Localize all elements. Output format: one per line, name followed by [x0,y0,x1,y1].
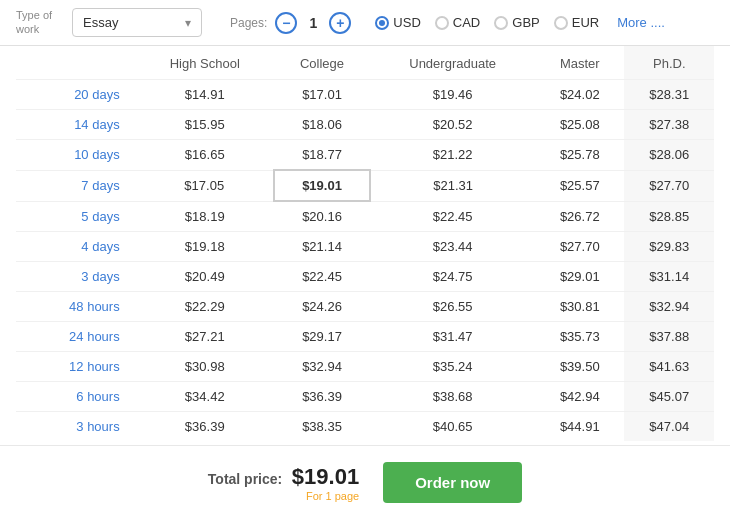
table-row[interactable]: 48 hours$22.29$24.26$26.55$30.81$32.94 [16,292,714,322]
master-cell[interactable]: $39.50 [535,352,624,382]
college-cell[interactable]: $19.01 [274,170,370,201]
currency-cad[interactable]: CAD [435,15,480,30]
deadline-cell[interactable]: 12 hours [16,352,136,382]
hs-cell[interactable]: $17.05 [136,170,274,201]
deadline-cell[interactable]: 24 hours [16,322,136,352]
master-cell[interactable]: $27.70 [535,232,624,262]
ug-cell[interactable]: $21.22 [370,140,535,171]
table-row[interactable]: 6 hours$34.42$36.39$38.68$42.94$45.07 [16,382,714,412]
master-cell[interactable]: $44.91 [535,412,624,442]
hs-cell[interactable]: $20.49 [136,262,274,292]
currency-gbp[interactable]: GBP [494,15,539,30]
total-price: $19.01 [292,464,359,489]
phd-cell[interactable]: $32.94 [624,292,714,322]
master-cell[interactable]: $26.72 [535,201,624,232]
hs-cell[interactable]: $15.95 [136,110,274,140]
table-row[interactable]: 14 days$15.95$18.06$20.52$25.08$27.38 [16,110,714,140]
college-cell[interactable]: $21.14 [274,232,370,262]
college-cell[interactable]: $36.39 [274,382,370,412]
table-row[interactable]: 24 hours$27.21$29.17$31.47$35.73$37.88 [16,322,714,352]
phd-cell[interactable]: $45.07 [624,382,714,412]
master-cell[interactable]: $24.02 [535,80,624,110]
table-row[interactable]: 3 days$20.49$22.45$24.75$29.01$31.14 [16,262,714,292]
table-row[interactable]: 5 days$18.19$20.16$22.45$26.72$28.85 [16,201,714,232]
total-label: Total price: [208,471,282,487]
hs-cell[interactable]: $27.21 [136,322,274,352]
table-row[interactable]: 10 days$16.65$18.77$21.22$25.78$28.06 [16,140,714,171]
table-row[interactable]: 7 days$17.05$19.01$21.31$25.57$27.70 [16,170,714,201]
college-cell[interactable]: $17.01 [274,80,370,110]
phd-cell[interactable]: $28.31 [624,80,714,110]
table-row[interactable]: 3 hours$36.39$38.35$40.65$44.91$47.04 [16,412,714,442]
radio-eur [554,16,568,30]
master-cell[interactable]: $25.57 [535,170,624,201]
ug-cell[interactable]: $40.65 [370,412,535,442]
deadline-cell[interactable]: 3 days [16,262,136,292]
hs-cell[interactable]: $34.42 [136,382,274,412]
phd-cell[interactable]: $31.14 [624,262,714,292]
table-row[interactable]: 12 hours$30.98$32.94$35.24$39.50$41.63 [16,352,714,382]
phd-cell[interactable]: $41.63 [624,352,714,382]
deadline-cell[interactable]: 4 days [16,232,136,262]
college-cell[interactable]: $18.77 [274,140,370,171]
ug-cell[interactable]: $26.55 [370,292,535,322]
phd-cell[interactable]: $27.70 [624,170,714,201]
master-cell[interactable]: $25.08 [535,110,624,140]
work-type-select[interactable]: Essay ▾ [72,8,202,37]
phd-cell[interactable]: $27.38 [624,110,714,140]
deadline-cell[interactable]: 5 days [16,201,136,232]
phd-cell[interactable]: $29.83 [624,232,714,262]
ug-cell[interactable]: $24.75 [370,262,535,292]
deadline-cell[interactable]: 20 days [16,80,136,110]
hs-cell[interactable]: $19.18 [136,232,274,262]
master-cell[interactable]: $30.81 [535,292,624,322]
master-cell[interactable]: $35.73 [535,322,624,352]
hs-cell[interactable]: $14.91 [136,80,274,110]
col-header-phd: Ph.D. [624,46,714,80]
more-currencies-link[interactable]: More .... [617,15,665,30]
decrement-pages-button[interactable]: − [275,12,297,34]
ug-cell[interactable]: $35.24 [370,352,535,382]
increment-pages-button[interactable]: + [329,12,351,34]
deadline-cell[interactable]: 14 days [16,110,136,140]
chevron-down-icon: ▾ [185,16,191,30]
deadline-cell[interactable]: 7 days [16,170,136,201]
ug-cell[interactable]: $21.31 [370,170,535,201]
phd-cell[interactable]: $47.04 [624,412,714,442]
college-cell[interactable]: $22.45 [274,262,370,292]
hs-cell[interactable]: $22.29 [136,292,274,322]
hs-cell[interactable]: $18.19 [136,201,274,232]
college-cell[interactable]: $18.06 [274,110,370,140]
table-row[interactable]: 20 days$14.91$17.01$19.46$24.02$28.31 [16,80,714,110]
hs-cell[interactable]: $36.39 [136,412,274,442]
college-cell[interactable]: $20.16 [274,201,370,232]
order-now-button[interactable]: Order now [383,462,522,503]
college-cell[interactable]: $32.94 [274,352,370,382]
phd-cell[interactable]: $28.06 [624,140,714,171]
master-cell[interactable]: $25.78 [535,140,624,171]
phd-cell[interactable]: $37.88 [624,322,714,352]
college-cell[interactable]: $29.17 [274,322,370,352]
plus-icon: + [336,15,344,31]
col-header-deadline [16,46,136,80]
deadline-cell[interactable]: 3 hours [16,412,136,442]
hs-cell[interactable]: $16.65 [136,140,274,171]
ug-cell[interactable]: $31.47 [370,322,535,352]
college-cell[interactable]: $24.26 [274,292,370,322]
hs-cell[interactable]: $30.98 [136,352,274,382]
master-cell[interactable]: $29.01 [535,262,624,292]
ug-cell[interactable]: $38.68 [370,382,535,412]
currency-usd[interactable]: USD [375,15,420,30]
college-cell[interactable]: $38.35 [274,412,370,442]
master-cell[interactable]: $42.94 [535,382,624,412]
deadline-cell[interactable]: 48 hours [16,292,136,322]
ug-cell[interactable]: $19.46 [370,80,535,110]
phd-cell[interactable]: $28.85 [624,201,714,232]
ug-cell[interactable]: $20.52 [370,110,535,140]
table-row[interactable]: 4 days$19.18$21.14$23.44$27.70$29.83 [16,232,714,262]
ug-cell[interactable]: $22.45 [370,201,535,232]
deadline-cell[interactable]: 10 days [16,140,136,171]
ug-cell[interactable]: $23.44 [370,232,535,262]
currency-eur[interactable]: EUR [554,15,599,30]
deadline-cell[interactable]: 6 hours [16,382,136,412]
